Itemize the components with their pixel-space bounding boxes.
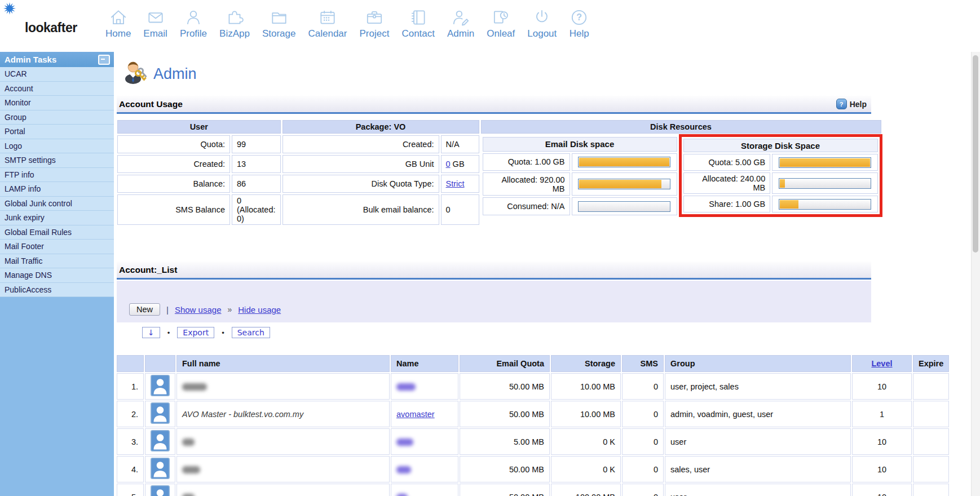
avatar-cell	[145, 484, 175, 496]
table-row: 2.AVO Master - bulktest.vo.com.myavomast…	[117, 401, 949, 427]
disk-quota-type-link[interactable]: Strict	[446, 179, 465, 188]
table-row: 1.50.00 MB10.00 MB0user, project, sales1…	[117, 373, 949, 400]
redacted-name	[396, 466, 411, 473]
help-button[interactable]: ? Help	[836, 99, 871, 109]
nav-item-project[interactable]: Project	[353, 5, 395, 39]
nav-item-email[interactable]: Email	[137, 5, 174, 39]
sidebar-item-manage-dns[interactable]: Manage DNS	[0, 268, 114, 283]
email-disk-progress-fill	[579, 180, 661, 188]
nav-item-calendar[interactable]: Calendar	[302, 5, 353, 39]
col-index	[117, 355, 144, 372]
email-quota-cell: 50.00 MB	[460, 401, 550, 427]
sidebar-item-global-junk-control[interactable]: Global Junk control	[0, 197, 114, 211]
redacted-name	[396, 439, 413, 446]
nav-item-onleaf[interactable]: Onleaf	[480, 5, 521, 39]
toolbar-separator: |	[166, 305, 169, 315]
storage-cell: 0 K	[551, 428, 621, 455]
list-actions: ↓ • Export • Search	[142, 327, 270, 338]
nav-item-contact[interactable]: Contact	[395, 5, 441, 39]
avatar	[151, 444, 170, 453]
avatar-cell	[145, 456, 175, 482]
nav-label: Onleaf	[487, 28, 515, 39]
logout-icon	[532, 5, 552, 27]
nav-item-home[interactable]: Home	[99, 5, 137, 39]
sms-cell: 0	[622, 401, 664, 427]
level-cell: 10	[852, 484, 912, 496]
expire-cell	[913, 401, 949, 427]
nav-item-bizapp[interactable]: BizApp	[213, 5, 256, 39]
group-cell: sales, user	[665, 456, 851, 482]
sidebar-item-publicaccess[interactable]: PublicAccess	[0, 283, 114, 298]
help-label: Help	[850, 100, 867, 109]
usage-separator: »	[227, 305, 232, 314]
account-name-link[interactable]: avomaster	[396, 410, 435, 419]
expire-cell	[913, 373, 949, 400]
sidebar-item-mail-traffic[interactable]: Mail Traffic	[0, 254, 114, 269]
expire-cell	[913, 484, 949, 496]
sort-button[interactable]: ↓	[142, 327, 160, 338]
top-nav: HomeEmailProfileBizAppStorageCalendarPro…	[99, 5, 595, 39]
usage-value: 86	[232, 175, 281, 193]
usage-label: Created:	[282, 135, 439, 153]
sidebar-item-portal[interactable]: Portal	[0, 125, 114, 139]
nav-item-logout[interactable]: Logout	[521, 5, 563, 39]
sidebar-item-mail-footer[interactable]: Mail Footer	[0, 240, 114, 254]
hide-usage-link[interactable]: Hide usage	[238, 305, 281, 315]
redacted-name	[396, 383, 416, 391]
nav-item-profile[interactable]: Profile	[174, 5, 213, 39]
nav-item-help[interactable]: ?Help	[563, 5, 595, 39]
sms-cell: 0	[622, 373, 664, 400]
group-cell: user	[665, 484, 851, 496]
scrollbar-thumb[interactable]	[973, 55, 978, 253]
account-list-header: Account:_List	[117, 262, 871, 280]
storage-cell: 100.00 MB	[551, 484, 621, 496]
sidebar-item-logo[interactable]: Logo	[0, 139, 114, 154]
bullet: •	[222, 329, 224, 337]
col-sms: SMS	[622, 355, 664, 372]
email-quota-cell: 50.00 MB	[460, 373, 550, 400]
col-email-quota: Email Quota	[460, 355, 550, 372]
usage-value: 99	[232, 135, 281, 153]
export-button[interactable]: Export	[177, 327, 214, 338]
sidebar-item-ftp-info[interactable]: FTP info	[0, 168, 114, 183]
nav-item-storage[interactable]: Storage	[256, 5, 302, 39]
sidebar-items: UCARAccountMonitorGroupPortalLogoSMTP se…	[0, 67, 114, 297]
show-usage-link[interactable]: Show usage	[175, 305, 222, 315]
usage-label: GB Unit	[282, 155, 439, 173]
brand-star-icon	[3, 2, 16, 15]
col-expire: Expire	[913, 355, 949, 372]
email-disk-label: Allocated: 920.00 MB	[483, 172, 570, 196]
sidebar-item-global-email-rules[interactable]: Global Email Rules	[0, 225, 114, 240]
storage-disk-bar-cell	[772, 196, 877, 212]
sidebar-item-ucar[interactable]: UCAR	[0, 67, 114, 82]
avatar-cell	[145, 401, 175, 427]
storage-disk-progress-bar	[779, 199, 871, 210]
sidebar-item-smtp-settings[interactable]: SMTP settings	[0, 153, 114, 168]
nav-label: Home	[105, 28, 131, 39]
sidebar-item-lamp-info[interactable]: LAMP info	[0, 182, 114, 197]
row-index: 3.	[117, 428, 144, 455]
gb-unit-rest: GB	[451, 160, 465, 169]
sidebar-item-monitor[interactable]: Monitor	[0, 96, 114, 110]
gb-unit-link[interactable]: 0	[446, 160, 451, 169]
sidebar-item-junk-expiry[interactable]: Junk expiry	[0, 211, 114, 225]
level-sort-link[interactable]: Level	[871, 359, 892, 368]
account-list-toolbar: New | Show usage » Hide usage	[117, 281, 871, 322]
avatar	[151, 417, 170, 426]
usage-value: Strict	[441, 175, 479, 193]
account-list-title: Account:_List	[117, 265, 177, 275]
new-button[interactable]: New	[129, 303, 160, 316]
row-index: 5.	[117, 484, 144, 496]
name-cell	[391, 484, 458, 496]
collapse-icon[interactable]	[98, 55, 110, 65]
email-quota-cell: 5.00 MB	[460, 428, 550, 455]
help-icon: ?	[836, 99, 847, 109]
sidebar-item-group[interactable]: Group	[0, 110, 114, 125]
nav-label: Email	[143, 28, 167, 39]
nav-item-admin[interactable]: Admin	[441, 5, 480, 39]
account-usage-table: User Package: VO Disk Resources Quota: 9…	[116, 118, 883, 227]
nav-label: Admin	[447, 28, 474, 39]
storage-disk-table: Storage Disk Space Quota: 5.00 GBAllocat…	[682, 137, 880, 214]
sidebar-item-account[interactable]: Account	[0, 82, 114, 96]
search-button[interactable]: Search	[232, 327, 270, 338]
